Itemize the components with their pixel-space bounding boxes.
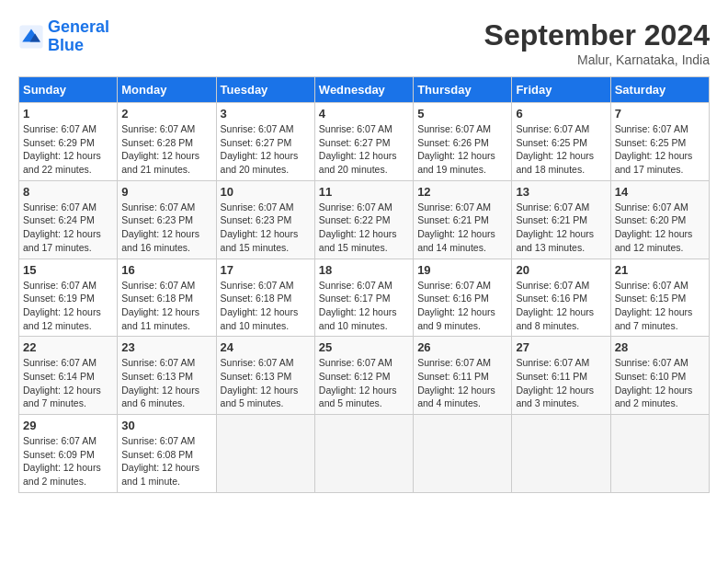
day-info: Sunrise: 6:07 AM Sunset: 6:19 PM Dayligh… [23,279,113,333]
day-info: Sunrise: 6:07 AM Sunset: 6:16 PM Dayligh… [417,279,507,333]
day-number: 1 [23,107,113,121]
calendar-cell: 29Sunrise: 6:07 AM Sunset: 6:09 PM Dayli… [19,415,118,493]
day-number: 27 [516,340,606,354]
calendar-row: 29Sunrise: 6:07 AM Sunset: 6:09 PM Dayli… [19,415,710,493]
day-info: Sunrise: 6:07 AM Sunset: 6:26 PM Dayligh… [417,122,507,177]
day-number: 24 [221,340,311,354]
day-number: 11 [319,185,409,199]
calendar-cell: 11Sunrise: 6:07 AM Sunset: 6:22 PM Dayli… [314,180,413,259]
day-number: 20 [516,263,606,277]
logo-line1: General [48,17,109,36]
day-number: 7 [615,107,705,121]
day-number: 30 [121,419,211,432]
calendar-cell: 13Sunrise: 6:07 AM Sunset: 6:21 PM Dayli… [512,180,610,259]
calendar-cell: 14Sunrise: 6:07 AM Sunset: 6:20 PM Dayli… [610,180,709,259]
calendar-cell [216,415,314,493]
calendar-cell: 10Sunrise: 6:07 AM Sunset: 6:23 PM Dayli… [216,180,314,259]
day-number: 8 [23,185,113,199]
day-number: 3 [221,107,311,121]
day-info: Sunrise: 6:07 AM Sunset: 6:29 PM Dayligh… [23,122,113,177]
col-sunday: Sunday [19,77,118,103]
day-number: 6 [516,107,606,121]
day-info: Sunrise: 6:07 AM Sunset: 6:18 PM Dayligh… [221,279,311,333]
calendar-row: 8Sunrise: 6:07 AM Sunset: 6:24 PM Daylig… [19,180,710,259]
day-info: Sunrise: 6:07 AM Sunset: 6:23 PM Dayligh… [121,201,211,255]
calendar-cell [314,415,413,493]
calendar-table: Sunday Monday Tuesday Wednesday Thursday… [18,76,710,493]
calendar-cell: 30Sunrise: 6:07 AM Sunset: 6:08 PM Dayli… [118,415,216,493]
day-info: Sunrise: 6:07 AM Sunset: 6:15 PM Dayligh… [615,279,705,333]
calendar-cell: 2Sunrise: 6:07 AM Sunset: 6:28 PM Daylig… [118,103,216,181]
day-info: Sunrise: 6:07 AM Sunset: 6:24 PM Dayligh… [23,201,113,255]
day-number: 26 [417,340,507,354]
day-info: Sunrise: 6:07 AM Sunset: 6:13 PM Dayligh… [121,356,211,410]
calendar-cell [610,415,709,493]
calendar-cell: 15Sunrise: 6:07 AM Sunset: 6:19 PM Dayli… [19,259,118,337]
day-info: Sunrise: 6:07 AM Sunset: 6:13 PM Dayligh… [221,356,311,410]
day-info: Sunrise: 6:07 AM Sunset: 6:25 PM Dayligh… [516,122,606,177]
day-number: 5 [417,107,507,121]
calendar-cell: 6Sunrise: 6:07 AM Sunset: 6:25 PM Daylig… [512,103,610,181]
calendar-cell: 22Sunrise: 6:07 AM Sunset: 6:14 PM Dayli… [19,337,118,415]
day-info: Sunrise: 6:07 AM Sunset: 6:08 PM Dayligh… [121,434,211,488]
day-number: 23 [121,340,211,354]
day-info: Sunrise: 6:07 AM Sunset: 6:20 PM Dayligh… [615,201,705,255]
day-number: 17 [221,263,311,277]
calendar-cell: 3Sunrise: 6:07 AM Sunset: 6:27 PM Daylig… [216,103,314,181]
calendar-cell: 20Sunrise: 6:07 AM Sunset: 6:16 PM Dayli… [512,259,610,337]
col-saturday: Saturday [610,77,709,103]
day-number: 15 [23,263,113,277]
day-number: 18 [319,263,409,277]
calendar-cell: 21Sunrise: 6:07 AM Sunset: 6:15 PM Dayli… [610,259,709,337]
day-number: 29 [23,419,113,432]
day-info: Sunrise: 6:07 AM Sunset: 6:25 PM Dayligh… [615,122,705,177]
day-info: Sunrise: 6:07 AM Sunset: 6:18 PM Dayligh… [121,279,211,333]
calendar-row: 1Sunrise: 6:07 AM Sunset: 6:29 PM Daylig… [19,103,710,181]
calendar-cell: 1Sunrise: 6:07 AM Sunset: 6:29 PM Daylig… [19,103,118,181]
day-info: Sunrise: 6:07 AM Sunset: 6:12 PM Dayligh… [319,356,409,410]
day-number: 12 [417,185,507,199]
col-friday: Friday [512,77,610,103]
col-tuesday: Tuesday [216,77,314,103]
page-header: General Blue September 2024 Malur, Karna… [18,18,710,67]
title-block: September 2024 Malur, Karnataka, India [484,18,710,67]
day-number: 10 [221,185,311,199]
day-number: 16 [121,263,211,277]
calendar-cell: 16Sunrise: 6:07 AM Sunset: 6:18 PM Dayli… [118,259,216,337]
day-info: Sunrise: 6:07 AM Sunset: 6:10 PM Dayligh… [615,356,705,410]
calendar-cell: 28Sunrise: 6:07 AM Sunset: 6:10 PM Dayli… [610,337,709,415]
day-info: Sunrise: 6:07 AM Sunset: 6:28 PM Dayligh… [121,122,211,177]
calendar-cell: 19Sunrise: 6:07 AM Sunset: 6:16 PM Dayli… [414,259,512,337]
day-info: Sunrise: 6:07 AM Sunset: 6:11 PM Dayligh… [516,356,606,410]
calendar-cell [512,415,610,493]
logo-text: General Blue [48,18,109,55]
col-wednesday: Wednesday [314,77,413,103]
day-info: Sunrise: 6:07 AM Sunset: 6:11 PM Dayligh… [417,356,507,410]
location: Malur, Karnataka, India [484,52,710,67]
calendar-cell: 24Sunrise: 6:07 AM Sunset: 6:13 PM Dayli… [216,337,314,415]
day-info: Sunrise: 6:07 AM Sunset: 6:22 PM Dayligh… [319,201,409,255]
day-number: 4 [319,107,409,121]
header-row: Sunday Monday Tuesday Wednesday Thursday… [19,77,710,103]
day-number: 19 [417,263,507,277]
calendar-row: 22Sunrise: 6:07 AM Sunset: 6:14 PM Dayli… [19,337,710,415]
calendar-cell: 23Sunrise: 6:07 AM Sunset: 6:13 PM Dayli… [118,337,216,415]
day-number: 2 [121,107,211,121]
day-info: Sunrise: 6:07 AM Sunset: 6:23 PM Dayligh… [221,201,311,255]
day-info: Sunrise: 6:07 AM Sunset: 6:17 PM Dayligh… [319,279,409,333]
calendar-cell: 12Sunrise: 6:07 AM Sunset: 6:21 PM Dayli… [414,180,512,259]
day-info: Sunrise: 6:07 AM Sunset: 6:27 PM Dayligh… [319,122,409,177]
calendar-cell: 4Sunrise: 6:07 AM Sunset: 6:27 PM Daylig… [314,103,413,181]
day-info: Sunrise: 6:07 AM Sunset: 6:09 PM Dayligh… [23,434,113,488]
day-number: 25 [319,340,409,354]
month-title: September 2024 [484,18,710,52]
calendar-cell [414,415,512,493]
col-thursday: Thursday [414,77,512,103]
calendar-cell: 18Sunrise: 6:07 AM Sunset: 6:17 PM Dayli… [314,259,413,337]
calendar-cell: 5Sunrise: 6:07 AM Sunset: 6:26 PM Daylig… [414,103,512,181]
calendar-cell: 9Sunrise: 6:07 AM Sunset: 6:23 PM Daylig… [118,180,216,259]
day-number: 28 [615,340,705,354]
day-info: Sunrise: 6:07 AM Sunset: 6:14 PM Dayligh… [23,356,113,410]
calendar-cell: 26Sunrise: 6:07 AM Sunset: 6:11 PM Dayli… [414,337,512,415]
day-number: 22 [23,340,113,354]
